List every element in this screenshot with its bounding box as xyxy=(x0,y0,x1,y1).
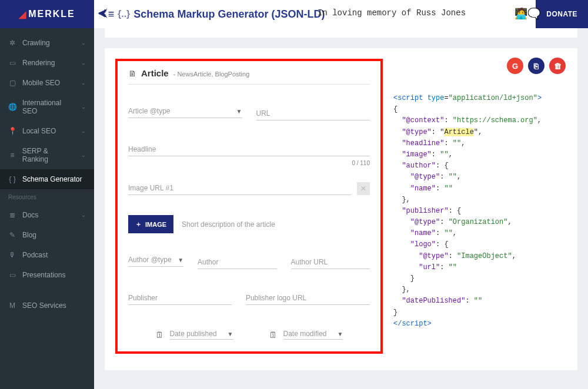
sidebar-item[interactable]: ▭Presentations xyxy=(0,265,94,285)
json-ld-code[interactable]: <script type="application/ld+json"> { "@… xyxy=(393,93,567,330)
panel-title: Article xyxy=(141,68,169,78)
description-placeholder[interactable]: Short description of the article xyxy=(182,220,275,229)
sidebar-item[interactable]: 📍Local SEO⌄ xyxy=(0,121,94,141)
panel-subtitle: - NewsArticle, BlogPosting xyxy=(173,71,250,78)
nav-icon: 📍 xyxy=(8,127,16,135)
date-published-select[interactable]: Date published▼ xyxy=(170,330,233,340)
document-icon: 🗎 xyxy=(128,69,136,78)
sidebar-section-resources: Resources xyxy=(0,189,94,205)
headline-input[interactable] xyxy=(128,143,370,156)
nav-icon: ≡ xyxy=(8,151,16,159)
sidebar-item[interactable]: ✲Crawling⌄ xyxy=(0,33,94,53)
brackets-icon: {..} xyxy=(118,9,130,19)
page-title: Schema Markup Generator (JSON-LD) xyxy=(133,8,325,21)
chevron-down-icon: ⌄ xyxy=(81,152,86,158)
nav-icon: ▭ xyxy=(8,271,16,279)
chevron-down-icon: ⌄ xyxy=(81,212,86,218)
chevron-down-icon: ⌄ xyxy=(81,128,86,134)
google-test-button[interactable]: G xyxy=(507,58,523,74)
author-type-select[interactable]: Author @type▼ xyxy=(128,256,183,269)
headline-counter: 0 / 110 xyxy=(128,160,370,166)
nav-icon: ▢ xyxy=(8,79,16,87)
chevron-down-icon: ▼ xyxy=(236,108,242,115)
date-modified-select[interactable]: Date modified▼ xyxy=(283,330,343,340)
chevron-down-icon: ⌄ xyxy=(81,60,86,66)
nav-icon: ▭ xyxy=(8,59,16,67)
sidebar-item-seo-services[interactable]: MSEO Services xyxy=(0,296,94,316)
memorial-text: In loving memory of Russ Jones xyxy=(318,8,466,18)
sidebar-item[interactable]: ≡SERP & Ranking⌄ xyxy=(0,141,94,169)
form-panel: 🗎 Article - NewsArticle, BlogPosting Art… xyxy=(115,59,383,354)
calendar-icon: 🗓 xyxy=(269,330,278,340)
author-url-input[interactable] xyxy=(291,256,370,269)
delete-button[interactable]: 🗑 xyxy=(549,58,566,74)
add-image-button[interactable]: ＋IMAGE xyxy=(128,215,173,233)
sidebar-item[interactable]: ▢Mobile SEO⌄ xyxy=(0,73,94,93)
page-title-wrap: {..} Schema Markup Generator (JSON-LD) xyxy=(118,8,325,21)
sidebar: ✲Crawling⌄▭Rendering⌄▢Mobile SEO⌄🌐Intern… xyxy=(0,28,94,389)
remove-image-button[interactable]: ✕ xyxy=(357,182,370,195)
chevron-down-icon: ⌄ xyxy=(81,104,86,110)
url-input[interactable] xyxy=(256,107,370,120)
image-url-input[interactable] xyxy=(128,182,351,195)
chevron-down-icon: ▼ xyxy=(228,331,233,337)
memorial-icons: 🧑‍💻🗨️ xyxy=(514,7,540,20)
sidebar-item[interactable]: ✎Blog xyxy=(0,225,94,245)
sidebar-item[interactable]: 🎙Podcast xyxy=(0,245,94,265)
copy-button[interactable]: ⎘ xyxy=(528,58,544,74)
calendar-icon: 🗓 xyxy=(155,330,164,340)
chevron-down-icon: ▼ xyxy=(178,257,183,263)
nav-icon: { } xyxy=(8,175,16,183)
plus-icon: ＋ xyxy=(135,220,142,229)
chevron-down-icon: ⌄ xyxy=(81,80,86,86)
chevron-down-icon: ⌄ xyxy=(81,40,86,46)
nav-icon: ✎ xyxy=(8,231,16,239)
donate-button[interactable]: DONATE xyxy=(536,0,588,28)
article-type-select[interactable]: Article @type▼ xyxy=(128,107,242,120)
nav-icon: 🌐 xyxy=(8,103,16,111)
logo[interactable]: ◢MERKLE xyxy=(0,0,94,28)
sidebar-item[interactable]: 🌐International SEO⌄ xyxy=(0,93,94,121)
sidebar-item[interactable]: { }Schema Generator xyxy=(0,169,94,189)
sidebar-collapse-button[interactable]: ⮜≡ xyxy=(94,8,118,21)
nav-icon: 🎙 xyxy=(8,251,16,259)
card: G ⎘ 🗑 🗎 Article - NewsArticle, BlogPosti… xyxy=(105,48,577,370)
code-output: <script type="application/ld+json"> { "@… xyxy=(383,59,567,354)
chevron-down-icon: ▼ xyxy=(338,331,343,337)
author-input[interactable] xyxy=(198,256,276,269)
top-bar: ◢MERKLE ⮜≡ {..} Schema Markup Generator … xyxy=(0,0,588,28)
nav-icon: ✲ xyxy=(8,39,16,47)
sidebar-item[interactable]: ▭Rendering⌄ xyxy=(0,53,94,73)
card-actions: G ⎘ 🗑 xyxy=(507,58,566,74)
main-content: G ⎘ 🗑 🗎 Article - NewsArticle, BlogPosti… xyxy=(94,28,588,389)
publisher-logo-input[interactable] xyxy=(246,291,370,305)
nav-icon: ≣ xyxy=(8,211,16,219)
sidebar-item[interactable]: ≣Docs⌄ xyxy=(0,205,94,225)
publisher-input[interactable] xyxy=(128,291,232,305)
m-icon: M xyxy=(8,301,16,310)
